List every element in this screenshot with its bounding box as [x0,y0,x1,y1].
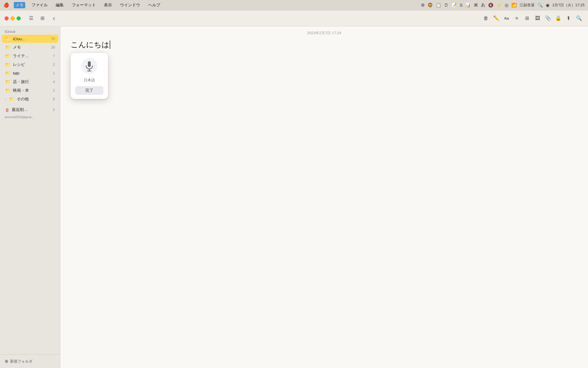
back-button[interactable]: ‹ [49,14,59,23]
sidebar-item-label-memo: メモ [13,45,48,50]
main-area: iCloud 📁 iClou... 70 📁 メモ 29 📁 ライテ… 7 � [0,26,588,368]
sidebar-item-nbi[interactable]: 📁 NBI 1 [2,69,58,77]
traffic-lights [5,16,21,20]
grid-view-icon: ⊞ [40,15,45,21]
sidebar-item-label-icloud: iClou... [13,37,48,41]
status-icon-s: S [460,3,463,7]
status-icon-note: 📝 [451,3,457,8]
status-icon-reminder: 📋 [436,3,441,8]
menu-format[interactable]: フォーマット [70,2,98,8]
folder-icon: 📁 [5,71,11,76]
status-icon-kana: あ [481,2,485,8]
sidebar-item-label-other: その他 [17,97,48,102]
folder-icon: 📁 [9,97,14,102]
search-button[interactable]: 🔍 [574,14,583,23]
sidebar-section-icloud: iCloud [0,29,60,34]
sidebar-item-recently-deleted[interactable]: 🗑 最近削… 2 [2,106,58,114]
status-icon-siri[interactable]: ◉ [546,3,550,8]
back-icon: ‹ [53,15,55,22]
toolbar: ☰ ⊞ ‹ 🗑 ✏️ Aa ≡ ⊞ 🖼 [0,10,588,26]
sidebar-item-label-shop-travel: 店・旅行 [13,79,48,85]
menu-edit[interactable]: 編集 [54,2,65,8]
media-icon: 🖼 [535,16,540,21]
chevron-right-icon: › [5,98,6,101]
sidebar-item-label-recipe: レシピ [13,62,48,67]
sidebar-item-label-nbi: NBI [13,71,48,76]
note-date: 2023年2月7日 17:24 [60,26,588,39]
new-folder-button[interactable]: ⊕ 新規フォルダ [3,357,34,365]
sidebar-item-count-icloud: 70 [50,37,55,41]
menubar-user: 江副杏菜 [520,3,535,8]
compose-icon: ✏️ [493,15,499,21]
note-text: こんにちは [71,40,109,49]
delete-button[interactable]: 🗑 [481,14,490,23]
status-icon-brave: 🦁 [428,3,433,8]
share-button[interactable]: ⬆ [564,14,573,23]
sidebar-item-label-movie-book: 映画・本 [13,88,48,93]
status-icon-wifi: 📶 [511,3,517,8]
status-icon-cmd: ⌘ [474,3,478,8]
dictation-done-button[interactable]: 完了 [75,86,103,95]
font-icon: Aa [504,16,509,20]
menubar-datetime: 2月7日（火）17:25 [552,3,585,8]
status-icon-bluetooth: ⚡ [496,3,502,8]
sidebar-item-memo[interactable]: 📁 メモ 29 [2,43,58,51]
menu-help[interactable]: ヘルプ [146,2,162,8]
svg-rect-0 [88,61,91,67]
maximize-button[interactable] [17,16,21,20]
status-icon-search[interactable]: 🔍 [537,3,543,8]
toolbar-actions: 🗑 ✏️ Aa ≡ ⊞ 🖼 📎 🔒 ⬆ [481,14,583,23]
note-body[interactable]: こんにちは 日本語 完了 [60,39,588,368]
new-folder-label: 新規フォルダ [10,359,32,364]
table-icon: ⊞ [525,15,529,21]
sidebar-item-count-memo: 29 [50,45,55,49]
sidebar-item-recipe[interactable]: 📁 レシピ 2 [2,61,58,69]
close-button[interactable] [5,16,9,20]
minimize-button[interactable] [11,16,15,20]
sidebar-item-write[interactable]: 📁 ライテ… 7 [2,52,58,60]
table-button[interactable]: ⊞ [523,14,532,23]
menubar: 🍎 メモ ファイル 編集 フォーマット 表示 ウインドウ ヘルプ ⚙ 🦁 📋 🗒… [0,0,588,10]
trash-icon: 🗑 [5,108,9,112]
menu-view[interactable]: 表示 [102,2,114,8]
lock-icon: 🔒 [555,15,561,21]
checklist-icon: ≡ [515,16,518,21]
status-icon-activity: 📊 [465,3,471,8]
sidebar-item-count-nbi: 1 [50,71,55,75]
menu-window[interactable]: ウインドウ [118,2,142,8]
sidebar-item-other[interactable]: › 📁 その他 0 [2,95,58,103]
media-button[interactable]: 🖼 [533,14,542,23]
apple-menu[interactable]: 🍎 [3,2,9,8]
sidebar-item-label-recently-deleted: 最近削… [12,107,48,112]
mic-icon [85,61,94,72]
sidebar-item-count-shop-travel: 4 [50,80,55,84]
sidebar-item-count-recipe: 2 [50,63,55,67]
attachment-icon: 📎 [545,15,551,21]
note-content: 2023年2月7日 17:24 こんにちは 日本語 完了 [60,26,588,368]
compose-button[interactable]: ✏️ [492,14,501,23]
attachment-button[interactable]: 📎 [543,14,552,23]
status-icon-extensions: ⚙ [421,3,425,8]
new-folder-icon: ⊕ [5,359,8,364]
dictation-popup: 日本語 完了 [71,53,108,99]
sidebar-item-count-recently-deleted: 2 [50,108,55,112]
checklist-button[interactable]: ≡ [512,14,521,23]
menubar-right: ⚙ 🦁 📋 🗒 📝 S 📊 ⌘ あ 🔇 ⚡ ◎ 📶 江副杏菜 🔍 ◉ 2月7日（… [421,2,585,8]
sidebar-item-label-write: ライテ… [13,53,48,59]
menu-memo[interactable]: メモ [14,2,25,8]
sidebar-item-shop-travel[interactable]: 📁 店・旅行 4 [2,78,58,86]
sidebar-item-icloud[interactable]: 📁 iClou... 70 [2,35,58,43]
grid-view-button[interactable]: ⊞ [38,14,47,23]
lock-button[interactable]: 🔒 [554,14,563,23]
sidebar-item-count-other: 0 [50,97,55,101]
font-button[interactable]: Aa [502,14,511,23]
menu-file[interactable]: ファイル [30,2,49,8]
search-icon: 🔍 [576,15,582,21]
status-icon-wifi-extra: ◎ [505,3,508,8]
dictation-language: 日本語 [84,78,95,83]
sidebar-item-count-write: 7 [50,54,55,58]
sidebar-toggle-button[interactable]: ☰ [26,14,36,23]
menubar-left: 🍎 メモ ファイル 編集 フォーマット 表示 ウインドウ ヘルプ [3,2,162,8]
sidebar-item-movie-book[interactable]: 📁 映画・本 2 [2,87,58,95]
account-label: annnna0204@gma... [0,114,60,121]
